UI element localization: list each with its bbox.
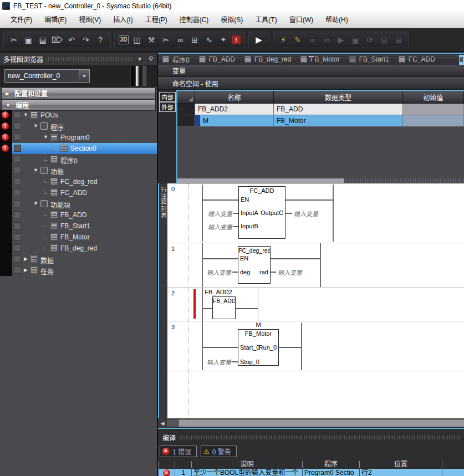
column-header-location[interactable]: 位置 xyxy=(359,461,442,468)
menu-item-9[interactable]: 帮助(H) xyxy=(319,13,354,28)
menu-item-5[interactable]: 控制器(C) xyxy=(174,13,215,28)
undo-icon[interactable]: ↶ xyxy=(65,34,78,46)
ladder-editor[interactable]: 行注释列表 0 FC_ADD EN InputA OutputC Input xyxy=(158,183,464,418)
tree-item-section0[interactable]: !∟Section0 xyxy=(0,143,157,154)
chevron-down-icon[interactable]: ▼ xyxy=(79,70,89,82)
row-handle[interactable] xyxy=(177,115,195,127)
variable-init-cell[interactable] xyxy=(403,115,464,127)
data-trace-icon[interactable]: ⊞ xyxy=(392,34,405,46)
window-layout-icon[interactable]: ◫ xyxy=(131,34,143,46)
io-table-icon[interactable]: ⊞ xyxy=(188,34,201,46)
grid-hscrollbar[interactable] xyxy=(177,178,464,183)
monitor-stop-icon[interactable]: ∞ xyxy=(320,34,333,46)
column-header-description[interactable]: 说明 xyxy=(191,461,302,468)
build-error-row[interactable]: × 1 至少一个BOOL型的输入变量和一个 Program0 Sectio 行2 xyxy=(158,469,464,476)
delete-icon[interactable]: ⌦ xyxy=(51,34,63,46)
tree-checkbox[interactable] xyxy=(14,200,21,207)
output-placeholder[interactable]: 输入变量 xyxy=(294,209,318,218)
scrollbar-track[interactable] xyxy=(179,419,464,427)
menu-item-3[interactable]: 插入(I) xyxy=(107,13,139,28)
pin-en[interactable]: EN xyxy=(240,255,248,262)
output-placeholder[interactable]: 输入变量 xyxy=(278,268,302,277)
tree-checkbox[interactable] xyxy=(14,111,21,119)
pin-inputb[interactable]: InputB xyxy=(241,223,258,229)
pin-icon[interactable]: ⚲ xyxy=(147,55,155,63)
tree-item-fb-start1[interactable]: ∟FB_Start1 xyxy=(0,221,157,232)
tree-item-fb-add[interactable]: ∟FB_ADD xyxy=(0,209,157,221)
tree-checkbox[interactable] xyxy=(14,222,21,229)
column-header-icon[interactable] xyxy=(158,461,175,468)
pin-run0[interactable]: Run_0 xyxy=(259,344,277,351)
input-placeholder[interactable]: 输入变量 xyxy=(202,222,232,231)
column-header-initialvalue[interactable]: 初始值 xyxy=(403,91,464,104)
column-header-datatype[interactable]: 数据类型 xyxy=(274,91,403,104)
section-configuration[interactable]: ▶ 配置和设置 xyxy=(1,88,156,99)
variables-bar[interactable]: 变量 xyxy=(158,65,464,77)
namespace-bar[interactable]: 命名空间 - 使用 xyxy=(158,77,464,90)
input-placeholder[interactable]: 输入变量 xyxy=(202,268,231,277)
tree-expander[interactable]: ▼ xyxy=(32,167,39,173)
function-block-fc-deg-red[interactable]: FC_deg_red EN deg rad xyxy=(238,246,271,284)
function-block-fc-add[interactable]: FC_ADD EN InputA OutputC InputB xyxy=(238,186,285,239)
errors-filter-button[interactable]: × 1 错误 xyxy=(160,446,197,457)
input-placeholder[interactable]: 输入变量 xyxy=(202,357,231,366)
menu-item-2[interactable]: 视图(V) xyxy=(73,13,107,28)
program-mode-icon[interactable]: ▣ xyxy=(349,34,361,46)
menu-item-7[interactable]: 工具(T) xyxy=(249,13,283,28)
rung-2[interactable]: 2 FB_ADD2 FB_ADD xyxy=(167,287,464,321)
tree-item-program0[interactable]: !▼Program0 xyxy=(0,132,157,143)
rung-comment-strip[interactable]: 行注释列表 xyxy=(159,183,167,418)
variable-row-fb-add2[interactable]: FB_ADD2 FB_ADD xyxy=(177,104,464,115)
tree-item-pous[interactable]: !▼POUs xyxy=(0,110,157,121)
editor-tab-fc-add[interactable]: FC_ADD xyxy=(396,55,442,64)
tree-item-program0-st[interactable]: ∟程序0 xyxy=(0,154,157,165)
tree-expander[interactable]: ▼ xyxy=(42,134,49,140)
pin-outputc[interactable]: OutputC xyxy=(261,209,283,216)
chevron-down-icon[interactable]: ▾ xyxy=(136,55,144,63)
tree-item-tasks[interactable]: ▶任务 xyxy=(0,265,157,276)
tree-expander[interactable]: ▶ xyxy=(22,267,29,273)
redo-icon[interactable]: ↷ xyxy=(80,34,92,46)
run-check-icon[interactable]: ▶ xyxy=(253,34,265,46)
rung-1[interactable]: 1 FC_deg_red EN deg rad 输入变量 输入变量 xyxy=(167,243,464,287)
variable-init-cell[interactable] xyxy=(403,104,464,115)
scrollbar-thumb[interactable] xyxy=(167,419,179,427)
tree-checkbox[interactable] xyxy=(14,156,21,163)
synchronize-icon[interactable]: ⟳ xyxy=(364,34,376,46)
tree-expander[interactable]: ▶ xyxy=(22,256,29,262)
tree-expander[interactable]: ▼ xyxy=(32,123,39,129)
rung-0[interactable]: 0 FC_ADD EN InputA OutputC InputB 输入变量 输… xyxy=(167,183,464,243)
tree-checkbox[interactable] xyxy=(14,167,21,174)
pin-stop0[interactable]: Stop_0 xyxy=(240,359,259,365)
run-mode-icon[interactable]: ▶ xyxy=(335,34,347,46)
tree-checkbox[interactable] xyxy=(14,267,21,274)
rung-3[interactable]: 3 M FB_Motor Start_0 Run_0 Stop_0 输入变量 xyxy=(167,321,464,371)
column-header-index[interactable] xyxy=(175,461,191,468)
menu-item-1[interactable]: 编辑(E) xyxy=(38,13,73,28)
pin-deg[interactable]: deg xyxy=(240,269,250,275)
tree-item-fb-deg-red[interactable]: ∟FB_deg_red xyxy=(0,243,157,254)
watch-icon[interactable]: ∞ xyxy=(174,34,186,46)
pin-rad[interactable]: rad xyxy=(259,269,268,275)
function-block-fb-add2[interactable]: FB_ADD xyxy=(212,296,236,319)
tree-item-programs[interactable]: !▼程序 xyxy=(0,121,157,132)
tab-internal[interactable]: 内部 xyxy=(159,92,176,102)
tree-checkbox[interactable] xyxy=(14,122,21,130)
tree-checkbox[interactable] xyxy=(14,233,21,240)
tree-expander[interactable]: ▼ xyxy=(32,201,39,206)
scroll-left-button[interactable] xyxy=(158,418,167,428)
tab-external[interactable]: 外部 xyxy=(159,102,176,112)
scrollbar-thumb[interactable] xyxy=(177,178,344,183)
instance-label[interactable]: FB_ADD2 xyxy=(202,289,235,295)
grid-corner-cell[interactable] xyxy=(177,91,195,104)
view-3d-icon[interactable]: 3D xyxy=(119,35,129,44)
column-header-program[interactable]: 程序 xyxy=(302,461,359,468)
active-tab-sliver[interactable] xyxy=(459,55,464,65)
tree-checkbox[interactable] xyxy=(14,244,21,252)
tree-item-fc-add[interactable]: ∟FC_ADD xyxy=(0,187,157,198)
differential-monitor-icon[interactable]: ⊟ xyxy=(378,34,390,46)
variable-name-cell[interactable]: M xyxy=(195,115,274,127)
monitor-icon[interactable]: ∞ xyxy=(306,34,318,46)
tree-item-data[interactable]: ▶数据 xyxy=(0,254,157,265)
pin-inputa[interactable]: InputA xyxy=(241,209,258,216)
